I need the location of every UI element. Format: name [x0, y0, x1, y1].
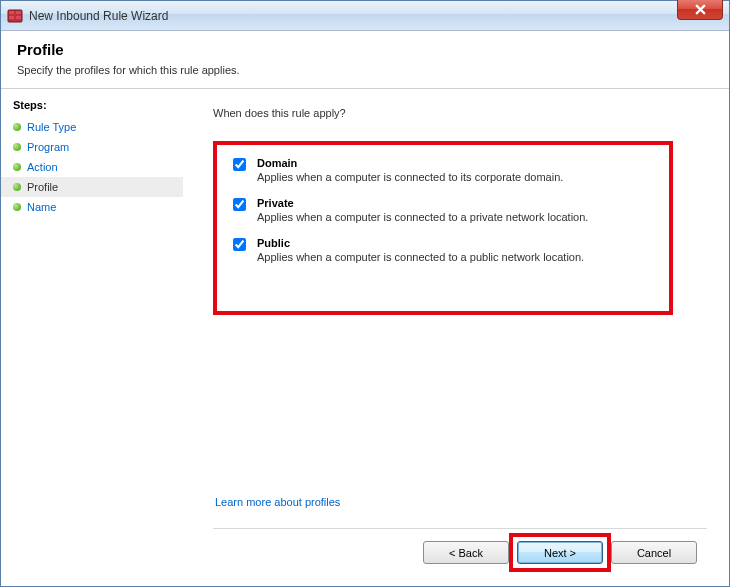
- learn-more-link[interactable]: Learn more about profiles: [213, 496, 707, 508]
- bullet-icon: [13, 123, 21, 131]
- profile-option-private: PrivateApplies when a computer is connec…: [229, 197, 653, 223]
- svg-rect-3: [9, 16, 14, 19]
- bullet-icon: [13, 183, 21, 191]
- profile-description: Applies when a computer is connected to …: [257, 211, 588, 223]
- close-icon: [695, 4, 706, 15]
- step-item-profile[interactable]: Profile: [1, 177, 183, 197]
- page-subtitle: Specify the profiles for which this rule…: [17, 64, 713, 76]
- bullet-icon: [13, 143, 21, 151]
- header-pane: Profile Specify the profiles for which t…: [1, 31, 729, 89]
- next-highlight-box: Next >: [517, 541, 603, 564]
- profile-checkbox-private[interactable]: [233, 198, 246, 211]
- profile-text: DomainApplies when a computer is connect…: [257, 157, 563, 183]
- profile-title: Private: [257, 197, 588, 209]
- step-item-program[interactable]: Program: [1, 137, 183, 157]
- next-button[interactable]: Next >: [517, 541, 603, 564]
- svg-rect-1: [9, 11, 14, 14]
- wizard-window: New Inbound Rule Wizard Profile Specify …: [0, 0, 730, 587]
- step-label: Program: [27, 141, 69, 153]
- content-question: When does this rule apply?: [213, 107, 707, 119]
- step-label: Action: [27, 161, 58, 173]
- steps-pane: Steps: Rule TypeProgramActionProfileName: [1, 89, 183, 586]
- profile-text: PrivateApplies when a computer is connec…: [257, 197, 588, 223]
- step-item-name[interactable]: Name: [1, 197, 183, 217]
- button-row: < Back Next > Cancel: [213, 541, 707, 576]
- window-title: New Inbound Rule Wizard: [29, 9, 168, 23]
- profile-option-public: PublicApplies when a computer is connect…: [229, 237, 653, 263]
- profile-checkbox-domain[interactable]: [233, 158, 246, 171]
- profile-text: PublicApplies when a computer is connect…: [257, 237, 584, 263]
- close-button[interactable]: [677, 0, 723, 20]
- page-title: Profile: [17, 41, 713, 58]
- profile-description: Applies when a computer is connected to …: [257, 171, 563, 183]
- step-label: Profile: [27, 181, 58, 193]
- button-divider: [213, 528, 707, 529]
- step-item-rule-type[interactable]: Rule Type: [1, 117, 183, 137]
- profile-checkbox-public[interactable]: [233, 238, 246, 251]
- titlebar[interactable]: New Inbound Rule Wizard: [1, 1, 729, 31]
- firewall-icon: [7, 8, 23, 24]
- profile-title: Public: [257, 237, 584, 249]
- bullet-icon: [13, 163, 21, 171]
- profiles-highlight-box: DomainApplies when a computer is connect…: [213, 141, 673, 315]
- profile-option-domain: DomainApplies when a computer is connect…: [229, 157, 653, 183]
- step-item-action[interactable]: Action: [1, 157, 183, 177]
- cancel-button[interactable]: Cancel: [611, 541, 697, 564]
- profile-description: Applies when a computer is connected to …: [257, 251, 584, 263]
- back-button[interactable]: < Back: [423, 541, 509, 564]
- step-label: Name: [27, 201, 56, 213]
- bullet-icon: [13, 203, 21, 211]
- svg-rect-2: [16, 11, 21, 14]
- body-area: Steps: Rule TypeProgramActionProfileName…: [1, 89, 729, 586]
- content-pane: When does this rule apply? DomainApplies…: [183, 89, 729, 586]
- step-label: Rule Type: [27, 121, 76, 133]
- steps-heading: Steps:: [1, 95, 183, 117]
- svg-rect-4: [16, 16, 21, 19]
- profile-title: Domain: [257, 157, 563, 169]
